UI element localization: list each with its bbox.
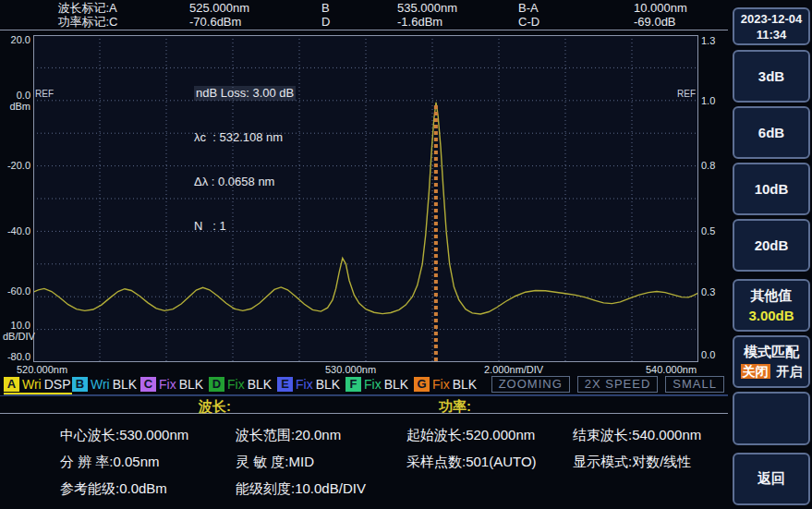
ndb-loss-annotation: ndB Loss: 3.00 dB λc : 532.108 nm Δλ : 0… (194, 56, 296, 263)
marker-cd-value: -69.0dB (634, 15, 728, 29)
footer-section-band: 波长: 功率: (0, 395, 728, 414)
trace-a-key-badge: A (4, 377, 19, 392)
mode-match-options: 关闭 开启 (741, 364, 803, 381)
trace-button-a[interactable]: A Wri DSP (4, 376, 72, 394)
trace-button-f[interactable]: F Fix BLK (345, 376, 414, 394)
mode-match-off-option[interactable]: 关闭 (741, 364, 770, 379)
x-label-stop: 540.000nm (646, 364, 697, 375)
trace-d-key-badge: D (209, 377, 224, 392)
back-button[interactable]: 返回 (733, 453, 810, 505)
marker-a-name: A (109, 1, 189, 15)
y-tick-0: 0.0 (3, 90, 30, 101)
power-marker-label: 功率标记: (0, 15, 109, 29)
y-unit-dbm: dBm (3, 101, 30, 112)
y2-tick-1p3: 1.3 (701, 35, 715, 46)
y-scale-value: 10.0 (3, 320, 30, 331)
trace-c-key-badge: C (140, 377, 156, 392)
trace-e-key-badge: E (277, 377, 293, 392)
y2-tick-0p3: 0.3 (701, 286, 715, 297)
trace-a-mode: Wri (22, 377, 42, 392)
param-ref-level: 参考能级:0.0dBm (60, 475, 236, 502)
2x-speed-badge[interactable]: 2X SPEED (577, 376, 659, 393)
status-badge-group: ZOOMING 2X SPEED SMALL (491, 376, 724, 393)
param-center-wavelength: 中心波长:530.000nm (60, 421, 236, 448)
y2-tick-1p0: 1.0 (701, 95, 715, 106)
y2-tick-0p5: 0.5 (701, 225, 715, 236)
power-marker-row: 功率标记: C -70.6dBm D -1.6dBm C-D -69.0dB (0, 15, 728, 29)
trace-b-key-badge: B (72, 377, 88, 392)
wavelength-marker-row: 波长标记: A 525.000nm B 535.000nm B-A 10.000… (0, 1, 728, 15)
marker-d-value: -1.6dBm (397, 15, 518, 29)
marker-ba-name: B-A (518, 1, 634, 15)
marker-a-value: 525.000nm (189, 1, 321, 15)
trace-g-key-badge: G (414, 377, 430, 392)
time-text: 11:34 (757, 27, 787, 42)
datetime-display: 2023-12-04 11:34 (733, 7, 810, 45)
trace-button-g[interactable]: G Fix BLK (414, 376, 482, 394)
marker-c-value: -70.6dBm (189, 15, 321, 29)
marker-d-name: D (321, 15, 397, 29)
trace-f-status: BLK (384, 377, 408, 392)
softkey-6db-label: 6dB (758, 125, 784, 140)
other-value-label: 其他值 (751, 287, 793, 305)
trace-c-mode: Fix (159, 377, 176, 392)
softkey-sidebar: 2023-12-04 11:34 3dB 6dB 10dB 20dB 其他值 3… (730, 0, 812, 509)
trace-b-mode: Wri (91, 377, 110, 392)
mode-match-label: 模式匹配 (744, 344, 799, 361)
trace-g-mode: Fix (432, 377, 450, 392)
trace-button-e[interactable]: E Fix BLK (277, 376, 345, 394)
trace-g-status: BLK (453, 377, 477, 392)
param-sensitivity: 灵 敏 度:MID (236, 448, 406, 475)
mode-match-on-option[interactable]: 开启 (776, 364, 802, 379)
param-display-mode: 显示模式:对数/线性 (573, 448, 728, 475)
trace-d-mode: Fix (227, 377, 245, 392)
softkey-10db[interactable]: 10dB (733, 163, 810, 215)
softkey-3db[interactable]: 3dB (733, 50, 810, 103)
y-tick-20: 20.0 (3, 34, 30, 45)
spectrum-plot (33, 35, 698, 362)
trace-c-status: BLK (179, 377, 203, 392)
y2-tick-0p0: 0.0 (701, 349, 715, 360)
y-tick-n80: -80.0 (3, 351, 30, 362)
ref-label-right: REF (673, 89, 696, 99)
trace-button-c[interactable]: C Fix BLK (140, 376, 209, 394)
x-label-center: 530.000nm (325, 364, 376, 375)
softkey-empty (733, 392, 810, 445)
softkey-20db-label: 20dB (755, 237, 789, 253)
trace-f-key-badge: F (345, 377, 361, 392)
y-tick-n60: -60.0 (3, 285, 30, 297)
marker-b-value: 535.000nm (397, 1, 518, 15)
trace-a-status: DSP (44, 377, 71, 392)
marker-cd-name: C-D (518, 15, 634, 29)
ndb-loss-line: ndB Loss: 3.00 dB (194, 86, 296, 101)
softkey-mode-match[interactable]: 模式匹配 关闭 开启 (733, 335, 810, 388)
softkey-3db-label: 3dB (758, 68, 784, 84)
y2-tick-0p8: 0.8 (701, 160, 715, 171)
marker-ba-value: 10.000nm (634, 1, 728, 15)
param-level-scale: 能级刻度:10.0dB/DIV (236, 475, 406, 502)
trace-e-status: BLK (316, 377, 340, 392)
softkey-6db[interactable]: 6dB (733, 106, 810, 159)
param-span: 波长范围:20.0nm (236, 421, 406, 448)
trace-button-b[interactable]: B Wri BLK (72, 376, 140, 394)
softkey-other-value[interactable]: 其他值 3.00dB (733, 279, 810, 332)
zooming-badge[interactable]: ZOOMING (491, 376, 570, 393)
date-text: 2023-12-04 (741, 11, 803, 27)
wavelength-marker-label: 波长标记: (0, 1, 109, 15)
softkey-20db[interactable]: 20dB (733, 219, 810, 272)
y-tick-n40: -40.0 (3, 225, 30, 236)
y-scale-unit: dB/DIV (3, 331, 30, 342)
power-section-title: 功率: (439, 398, 471, 416)
trace-e-mode: Fix (296, 377, 313, 392)
back-button-label: 返回 (757, 470, 785, 488)
x-label-div: 2.000nm/DIV (484, 364, 543, 375)
marker-c-name: C (109, 15, 189, 29)
other-value-amount: 3.00dB (748, 308, 794, 323)
trace-f-mode: Fix (364, 377, 382, 392)
small-badge[interactable]: SMALL (665, 376, 724, 393)
softkey-10db-label: 10dB (755, 181, 789, 197)
osa-screen: 波长标记: A 525.000nm B 535.000nm B-A 10.000… (0, 0, 812, 509)
param-resolution: 分 辨 率:0.05nm (60, 448, 236, 475)
delta-lambda-line: Δλ : 0.0658 nm (194, 175, 296, 189)
trace-button-d[interactable]: D Fix BLK (209, 376, 277, 394)
